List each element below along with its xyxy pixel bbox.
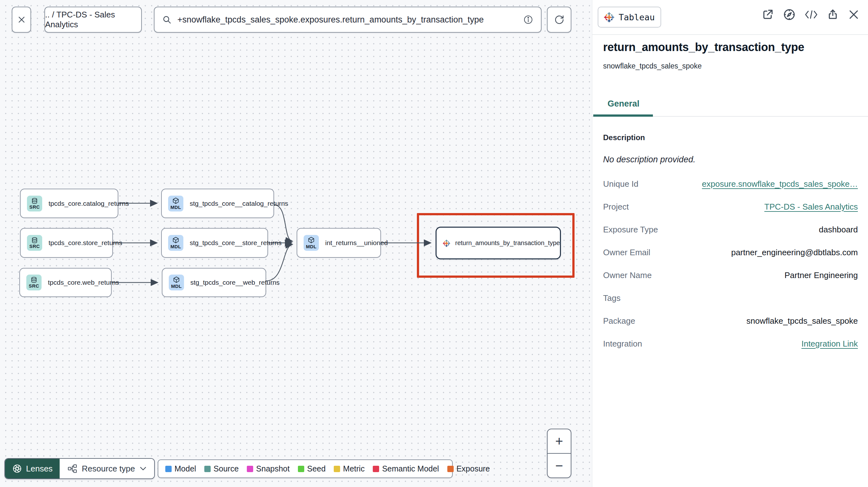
resource-type-dropdown[interactable]: Resource type [60,459,154,479]
model-badge: MDL [168,235,183,251]
lineage-node-stg-catalog-returns[interactable]: MDL stg_tpcds_core__catalog_returns [161,189,274,218]
legend-item-model: Model [165,464,196,474]
lineage-node-exposure-selected[interactable]: return_amounts_by_transaction_type [436,227,561,259]
field-row-owner-email: Owner Email partner_engineering@dbtlabs.… [603,241,858,264]
owner-email-value: partner_engineering@dbtlabs.com [731,248,858,257]
lineage-node-stg-store-returns[interactable]: MDL stg_tpcds_core__store_returns [161,228,268,258]
field-row-integration: Integration Integration Link [603,332,858,355]
node-label: tpcds_core.catalog_returns [49,200,129,207]
database-icon [30,277,37,283]
legend-item-snapshot: Snapshot [247,464,290,474]
resource-type-label: Resource type [82,464,135,474]
lineage-node-source-web-returns[interactable]: SRC tpcds_core.web_returns [19,268,112,297]
lineage-search-input[interactable]: +snowflake_tpcds_sales_spoke.exposures.r… [154,7,541,33]
close-lineage-button[interactable] [12,7,31,33]
chevron-down-icon [140,466,147,471]
close-panel-icon[interactable] [848,9,860,20]
unique-id-link[interactable]: exposure.snowflake_tpcds_sales_spoke… [702,179,858,189]
lineage-node-int-returns-unioned[interactable]: MDL int_returns__unioned [297,228,381,258]
refresh-icon [554,14,565,25]
owner-name-value: Partner Engineering [784,270,858,280]
explore-compass-icon[interactable] [783,8,796,21]
resource-legend: Model Source Snapshot Seed Metric Semant… [158,459,453,478]
hierarchy-icon [67,463,78,474]
node-label: tpcds_core.web_returns [48,279,119,286]
model-badge: MDL [304,235,319,251]
lineage-node-stg-web-returns[interactable]: MDL stg_tpcds_core__web_returns [162,268,266,297]
lineage-node-source-catalog-returns[interactable]: SRC tpcds_core.catalog_returns [20,189,118,218]
source-badge: SRC [27,235,42,251]
integration-link[interactable]: Integration Link [801,339,858,349]
node-label: stg_tpcds_core__catalog_returns [190,200,288,207]
panel-title: return_amounts_by_transaction_type [603,40,857,54]
node-label: return_amounts_by_transaction_type [455,239,560,247]
cube-icon [172,197,179,204]
info-icon[interactable] [523,14,533,25]
search-value: +snowflake_tpcds_sales_spoke.exposures.r… [177,15,523,25]
share-icon[interactable] [827,8,839,21]
project-link[interactable]: TPC-DS - Sales Analytics [764,202,858,212]
database-icon [31,197,38,204]
node-label: int_returns__unioned [325,239,388,247]
integration-chip: Tableau [598,7,661,28]
lenses-resource-type-group: Lenses Resource type [4,458,155,479]
node-label: stg_tpcds_core__web_returns [190,279,279,286]
search-icon [162,15,172,24]
model-swatch [165,466,172,472]
exposure-type-value: dashboard [819,225,858,235]
panel-header-divider [592,34,868,35]
field-row-tags: Tags [603,287,858,310]
field-row-unique-id: Unique Id exposure.snowflake_tpcds_sales… [603,172,858,195]
properties-list: Unique Id exposure.snowflake_tpcds_sales… [603,172,858,355]
metric-swatch [334,466,340,472]
source-swatch [204,466,211,472]
exposure-swatch [447,466,454,472]
cube-icon [308,236,315,244]
database-icon [31,237,38,243]
package-value: snowflake_tpcds_sales_spoke [746,316,858,326]
lenses-button[interactable]: Lenses [5,459,60,479]
tableau-icon [604,12,614,22]
legend-item-source: Source [204,464,239,474]
node-label: stg_tpcds_core__store_returns [190,239,282,247]
lineage-node-source-store-returns[interactable]: SRC tpcds_core.store_returns [20,228,113,258]
active-tab-underline [593,115,653,117]
description-empty-text: No description provided. [603,155,695,165]
cube-icon [173,276,180,283]
refresh-lineage-button[interactable] [547,7,571,33]
dbt-explorer-lineage-page: .. / TPC-DS - Sales Analytics +snowflake… [0,0,868,487]
source-badge: SRC [26,274,41,290]
lineage-canvas[interactable]: .. / TPC-DS - Sales Analytics +snowflake… [0,0,592,487]
legend-item-semantic-model: Semantic Model [373,464,439,474]
breadcrumb-label: .. / TPC-DS - Sales Analytics [45,10,141,30]
description-heading: Description [603,133,645,142]
cube-icon [172,236,179,244]
tab-general[interactable]: General [608,99,640,109]
breadcrumb[interactable]: .. / TPC-DS - Sales Analytics [44,7,142,33]
field-row-project: Project TPC-DS - Sales Analytics [603,195,858,218]
close-icon [17,15,26,24]
model-badge: MDL [169,274,184,290]
field-row-exposure-type: Exposure Type dashboard [603,218,858,241]
panel-subtitle: snowflake_tpcds_sales_spoke [603,62,702,70]
integration-chip-label: Tableau [619,12,655,22]
lens-aperture-icon [12,463,22,474]
model-badge: MDL [168,196,183,212]
legend-item-metric: Metric [334,464,365,474]
semantic-model-swatch [373,466,379,472]
node-details-panel: Tableau return_amounts_by_transaction_ty… [592,0,868,487]
lenses-label: Lenses [26,464,53,474]
source-badge: SRC [27,196,42,212]
panel-actions [762,8,860,21]
canvas-zoom-controls: + − [547,429,571,478]
zoom-in-button[interactable]: + [548,429,571,454]
node-label: tpcds_core.store_returns [49,239,122,247]
zoom-out-button[interactable]: − [548,454,571,478]
code-icon[interactable] [805,9,817,20]
snapshot-swatch [247,466,253,472]
seed-swatch [298,466,304,472]
field-row-owner-name: Owner Name Partner Engineering [603,264,858,287]
legend-item-exposure: Exposure [447,464,490,474]
legend-item-seed: Seed [298,464,326,474]
open-external-icon[interactable] [762,8,774,21]
